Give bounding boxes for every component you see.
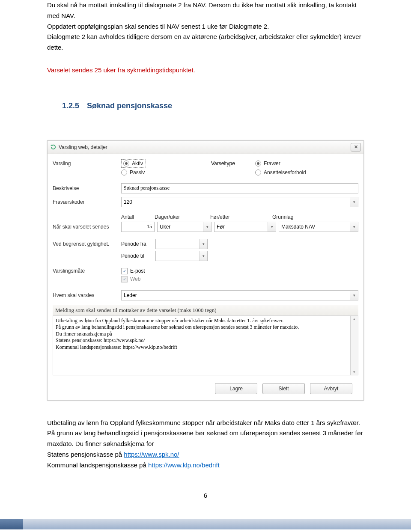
after-p1: Utbetaling av lønn fra Oppland fylkeskom… bbox=[47, 418, 364, 428]
select-fravaerskoder[interactable]: 120 ▾ bbox=[121, 197, 358, 207]
page-number: 6 bbox=[47, 492, 364, 499]
chevron-down-icon: ▾ bbox=[350, 197, 358, 207]
after-klp: Kommunal landspensjonskasse på https://w… bbox=[47, 460, 364, 471]
chevron-down-icon: ▾ bbox=[199, 251, 207, 261]
label-gyldighet: Ved begrenset gyldighet. bbox=[53, 241, 121, 247]
scroll-down-icon[interactable]: ▾ bbox=[353, 370, 355, 374]
spk-prefix: Statens pensjonskasse på bbox=[47, 451, 124, 458]
scroll-up-icon[interactable]: ▴ bbox=[353, 317, 355, 321]
chevron-down-icon: ▾ bbox=[268, 222, 276, 232]
dialog-title: Varsling web, detaljer bbox=[59, 144, 351, 150]
select-grunnlag[interactable]: Maksdato NAV ▾ bbox=[279, 222, 358, 232]
radio-aktiv-label: Aktiv bbox=[132, 160, 143, 166]
checkbox-epost[interactable]: ✓ bbox=[121, 268, 128, 274]
select-hvem[interactable]: Leder ▾ bbox=[121, 290, 358, 300]
section-title: Søknad pensjonskasse bbox=[87, 101, 172, 110]
input-beskrivelse[interactable] bbox=[121, 183, 358, 193]
label-varseltype: Varseltype bbox=[211, 160, 255, 166]
select-dager-uker-value: Uker bbox=[160, 224, 170, 230]
chevron-down-icon: ▾ bbox=[199, 239, 207, 249]
select-grunnlag-value: Maksdato NAV bbox=[281, 224, 315, 230]
after-spk: Statens pensjonskasse på https://www.spk… bbox=[47, 449, 364, 460]
klp-link[interactable]: https://www.klp.no/bedrift bbox=[148, 461, 220, 469]
intro-p1: Du skal nå ha mottatt innkalling til dia… bbox=[47, 0, 364, 21]
date-periode-fra[interactable]: ▾ bbox=[155, 239, 208, 249]
label-periode-til: Periode til bbox=[121, 253, 155, 259]
spk-link[interactable]: https://www.spk.no/ bbox=[124, 451, 179, 458]
label-varsling: Varsling bbox=[53, 160, 121, 166]
intro-p3: Dialogmøte 2 kan avholdes tidligere ders… bbox=[47, 32, 364, 53]
col-dager-uker: Dager/uker bbox=[155, 214, 210, 220]
select-for-etter[interactable]: Før ▾ bbox=[214, 222, 276, 232]
radio-aktiv[interactable] bbox=[123, 160, 129, 166]
label-naar: Når skal varselet sendes bbox=[53, 224, 121, 230]
checkbox-web-label: Web bbox=[130, 276, 140, 282]
radio-passiv[interactable] bbox=[121, 169, 127, 175]
checkbox-web: ✓ bbox=[121, 276, 128, 282]
radio-aktiv-wrap[interactable]: Aktiv bbox=[121, 159, 146, 168]
radio-ansettelse[interactable] bbox=[255, 169, 261, 175]
select-dager-uker[interactable]: Uker ▾ bbox=[157, 222, 211, 232]
red-note: Varselet sendes 25 uker fra sykmeldingst… bbox=[47, 65, 364, 76]
msg-textarea[interactable]: Utbetaling av lønn fra Oppland fylkeskom… bbox=[53, 316, 351, 375]
select-fravaerskoder-value: 120 bbox=[124, 199, 132, 205]
dialog-window: Varsling web, detaljer ✕ Varsling Aktiv … bbox=[47, 140, 364, 401]
col-grunnlag: Grunnlag bbox=[272, 214, 358, 220]
lagre-button[interactable]: Lagre bbox=[215, 383, 257, 394]
col-for-etter: Før/etter bbox=[210, 214, 272, 220]
dialog-header: Varsling web, detaljer ✕ bbox=[48, 141, 363, 154]
radio-ansettelse-label: Ansettelsesforhold bbox=[264, 169, 306, 175]
refresh-icon bbox=[50, 144, 57, 150]
label-varslingsmate: Varslingsmåte bbox=[53, 268, 121, 274]
section-number: 1.2.5 bbox=[62, 101, 79, 110]
chevron-down-icon: ▾ bbox=[350, 291, 358, 300]
col-antall: Antall bbox=[121, 214, 155, 220]
label-beskrivelse: Beskrivelse bbox=[53, 185, 121, 191]
close-button[interactable]: ✕ bbox=[351, 143, 361, 152]
chevron-down-icon: ▾ bbox=[203, 222, 211, 232]
scrollbar[interactable]: ▴ ▾ bbox=[351, 316, 358, 375]
footer-band bbox=[0, 519, 411, 529]
date-periode-til[interactable]: ▾ bbox=[155, 251, 208, 261]
label-fravaerskoder: Fraværskoder bbox=[53, 199, 121, 205]
msg-header: Melding som skal sendes til mottaker av … bbox=[53, 305, 358, 316]
input-antall[interactable] bbox=[121, 222, 155, 232]
radio-fravaer-label: Fravær bbox=[264, 160, 280, 166]
section-heading: 1.2.5Søknad pensjonskasse bbox=[62, 101, 364, 110]
col-headers: Antall Dager/uker Før/etter Grunnlag bbox=[121, 214, 358, 220]
select-hvem-value: Leder bbox=[124, 292, 137, 298]
label-periode-fra: Periode fra bbox=[121, 241, 155, 247]
footer-spine bbox=[0, 519, 23, 529]
chevron-down-icon: ▾ bbox=[350, 222, 358, 232]
intro-p2: Oppdatert oppfølgingsplan skal sendes ti… bbox=[47, 21, 364, 32]
radio-fravaer[interactable] bbox=[255, 160, 261, 166]
select-for-etter-value: Før bbox=[217, 224, 225, 230]
label-hvem: Hvem skal varsles bbox=[53, 292, 121, 298]
after-p2: På grunn av lang behandlingstid i pensjo… bbox=[47, 428, 364, 449]
slett-button[interactable]: Slett bbox=[262, 383, 305, 394]
checkbox-epost-label: E-post bbox=[130, 268, 145, 274]
radio-passiv-label: Passiv bbox=[130, 169, 145, 175]
klp-prefix: Kommunal landspensjonskasse på bbox=[47, 461, 148, 469]
avbryt-button[interactable]: Avbryt bbox=[310, 383, 352, 394]
